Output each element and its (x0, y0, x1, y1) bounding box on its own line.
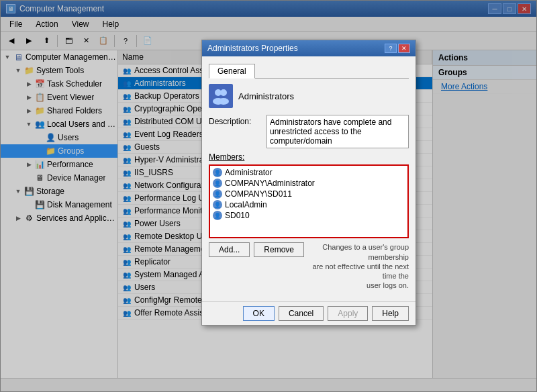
member-icon: 👤 (213, 189, 222, 199)
administrators-properties-dialog: Administrators Properties ? ✕ General (201, 40, 416, 325)
group-name-display: Administrators (238, 91, 294, 101)
member-name: LocalAdmin (225, 200, 267, 209)
svg-point-3 (218, 98, 229, 105)
member-name: COMPANY\SD011 (225, 189, 292, 199)
member-name: Administrator (225, 168, 273, 177)
member-item-administrator[interactable]: 👤 Administrator (211, 167, 406, 178)
member-icon: 👤 (213, 168, 222, 177)
dialog-title: Administrators Properties (207, 44, 298, 53)
apply-button[interactable]: Apply (328, 306, 368, 321)
svg-point-1 (220, 89, 227, 96)
member-icon: 👤 (213, 200, 222, 209)
dialog-body: General Administrators Description: Admi (202, 56, 416, 301)
tab-general[interactable]: General (209, 64, 255, 79)
group-header: Administrators (209, 84, 409, 108)
member-icon: 👤 (213, 179, 222, 188)
description-field-row: Description: Administrators have complet… (209, 115, 409, 148)
membership-note: Changes to a user's group membershipare … (309, 242, 409, 290)
dialog-title-bar: Administrators Properties ? ✕ (202, 40, 416, 56)
dialog-tab-bar: General (209, 63, 409, 79)
description-value[interactable]: Administrators have complete and unrestr… (266, 115, 409, 148)
group-large-icon (209, 84, 233, 108)
members-label: Members: (209, 152, 409, 162)
ok-button[interactable]: OK (243, 306, 275, 321)
member-item-company-sd011[interactable]: 👤 COMPANY\SD011 (211, 189, 406, 199)
dialog-footer: OK Cancel Apply Help (202, 301, 416, 325)
dialog-close-button[interactable]: ✕ (398, 44, 410, 53)
member-icon: 👤 (213, 211, 222, 220)
dialog-help-button[interactable]: ? (385, 44, 397, 53)
dialog-controls: ? ✕ (385, 44, 410, 53)
remove-member-button[interactable]: Remove (254, 242, 304, 257)
member-name: COMPANY\Administrator (225, 179, 315, 188)
add-member-button[interactable]: Add... (209, 242, 250, 257)
description-label: Description: (209, 115, 262, 126)
member-item-localadmin[interactable]: 👤 LocalAdmin (211, 199, 406, 210)
member-item-company-administrator[interactable]: 👤 COMPANY\Administrator (211, 178, 406, 189)
member-item-sd010[interactable]: 👤 SD010 (211, 210, 406, 221)
member-name: SD010 (225, 211, 250, 220)
cancel-button[interactable]: Cancel (279, 306, 324, 321)
members-list[interactable]: 👤 Administrator 👤 COMPANY\Administrator … (209, 164, 409, 238)
modal-overlay: Administrators Properties ? ✕ General (0, 0, 537, 392)
help-button[interactable]: Help (372, 306, 409, 321)
